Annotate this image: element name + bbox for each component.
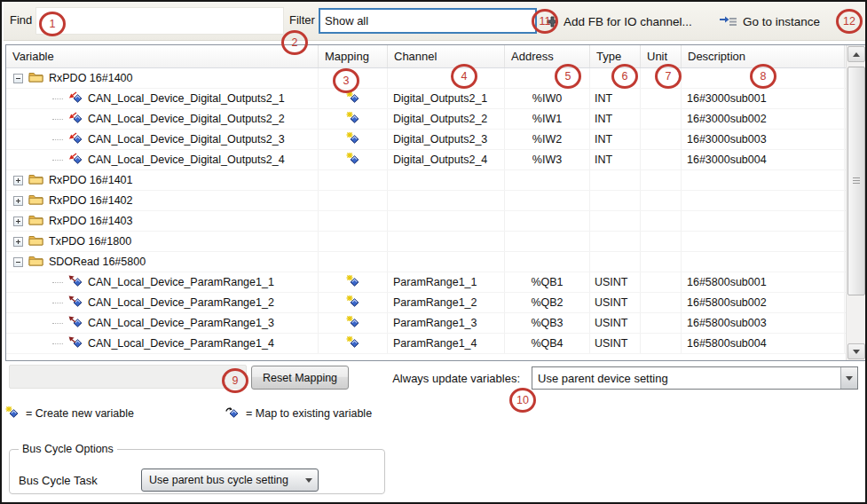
channel-cell: ParamRange1_2 <box>388 293 505 312</box>
description-cell: 16#5800sub002 <box>682 293 845 312</box>
channel-cell: ParamRange1_3 <box>388 313 505 333</box>
variable-cell: SDORead 16#5800 <box>6 252 319 272</box>
vertical-scrollbar[interactable] <box>846 45 865 360</box>
reset-mapping-button[interactable]: Reset Mapping <box>251 366 349 390</box>
tree-group-row[interactable]: RxPDO 16#1403 <box>6 211 865 232</box>
tree-connector <box>52 98 63 99</box>
find-input[interactable] <box>35 7 284 35</box>
column-header-variable[interactable]: Variable <box>6 45 319 67</box>
expand-toggle-icon[interactable] <box>13 196 23 206</box>
mapping-cell[interactable] <box>319 293 388 312</box>
type-cell <box>590 232 641 251</box>
tree-connector <box>52 303 63 303</box>
column-header-type[interactable]: Type <box>590 45 641 67</box>
tree-group-row[interactable]: RxPDO 16#1402 <box>6 191 865 211</box>
mapping-cell[interactable] <box>319 150 388 169</box>
variable-name: CAN_Local_Device_ParamRange1_2 <box>88 296 274 309</box>
mapping-cell[interactable] <box>319 313 388 333</box>
tree-variable-row[interactable]: CAN_Local_Device_ParamRange1_2ParamRange… <box>6 293 865 313</box>
tree-group-row[interactable]: TxPDO 16#1800 <box>6 232 865 252</box>
scroll-up-button[interactable] <box>847 46 865 62</box>
address-cell <box>505 252 590 272</box>
type-cell: INT <box>590 130 641 149</box>
collapse-toggle-icon[interactable] <box>13 257 23 267</box>
goto-instance-button[interactable]: Go to instance <box>713 6 825 36</box>
unit-cell <box>641 130 682 149</box>
mapping-cell[interactable] <box>319 109 388 129</box>
bus-cycle-task-label: Bus Cycle Task <box>19 474 98 487</box>
column-header-unit[interactable]: Unit <box>641 45 682 67</box>
channel-cell <box>388 170 505 190</box>
column-header-channel[interactable]: Channel <box>388 45 505 67</box>
type-cell: INT <box>590 150 641 169</box>
unit-cell <box>641 109 682 129</box>
address-cell: %IW1 <box>505 109 590 129</box>
io-mapping-table: VariableMappingChannelAddressTypeUnitDes… <box>5 44 866 361</box>
folder-icon <box>28 214 43 228</box>
tree-variable-row[interactable]: CAN_Local_Device_Digital_Outputs2_2Digit… <box>6 109 865 130</box>
variable-cell: CAN_Local_Device_ParamRange1_2 <box>6 293 319 312</box>
channel-cell: Digital_Outputs2_1 <box>388 89 505 108</box>
create-new-variable-icon <box>346 316 359 330</box>
group-label: RxPDO 16#1400 <box>49 72 133 84</box>
description-cell <box>682 191 845 210</box>
filter-combo[interactable]: Show all <box>319 8 537 34</box>
mapping-cell[interactable] <box>319 272 388 292</box>
mapping-cell[interactable] <box>319 130 388 149</box>
column-header-address[interactable]: Address <box>505 45 590 67</box>
tree-variable-row[interactable]: CAN_Local_Device_Digital_Outputs2_4Digit… <box>6 150 865 170</box>
address-cell <box>505 211 590 231</box>
description-cell: 16#3000sub002 <box>682 109 845 129</box>
bus-cycle-task-combo[interactable]: Use parent bus cycle setting <box>141 469 319 492</box>
variable-output-icon <box>68 316 83 330</box>
add-fb-button[interactable]: Add FB for IO channel... <box>541 6 698 36</box>
tree-variable-row[interactable]: CAN_Local_Device_Digital_Outputs2_1Digit… <box>6 89 865 109</box>
column-header-mapping[interactable]: Mapping <box>319 45 388 67</box>
mapping-cell <box>319 232 388 251</box>
bus-cycle-task-value: Use parent bus cycle setting <box>142 474 300 486</box>
tree-group-row[interactable]: RxPDO 16#1400 <box>6 68 865 89</box>
variable-cell: CAN_Local_Device_Digital_Outputs2_3 <box>6 130 319 149</box>
combo-dropdown-button[interactable] <box>840 367 857 389</box>
annotation-circle-8: 8 <box>750 64 776 89</box>
tree-variable-row[interactable]: CAN_Local_Device_ParamRange1_3ParamRange… <box>6 313 865 334</box>
tree-connector <box>52 119 63 120</box>
tree-variable-row[interactable]: CAN_Local_Device_ParamRange1_4ParamRange… <box>6 334 865 354</box>
scrollbar-thumb[interactable] <box>847 67 865 295</box>
collapse-toggle-icon[interactable] <box>13 74 23 83</box>
tree-group-row[interactable]: RxPDO 16#1401 <box>6 170 865 191</box>
channel-cell <box>388 68 505 88</box>
description-cell: 16#3000sub003 <box>682 130 845 149</box>
unit-cell <box>641 293 682 312</box>
type-cell: INT <box>590 89 641 108</box>
address-cell <box>505 232 590 251</box>
scroll-down-button[interactable] <box>847 343 865 359</box>
mapping-cell[interactable] <box>319 334 388 353</box>
tree-variable-row[interactable]: CAN_Local_Device_ParamRange1_1ParamRange… <box>6 272 865 293</box>
expand-toggle-icon[interactable] <box>13 237 23 247</box>
variable-name: CAN_Local_Device_Digital_Outputs2_1 <box>88 92 285 105</box>
variable-input-icon <box>68 153 83 167</box>
mapping-cell <box>319 252 388 272</box>
expand-toggle-icon[interactable] <box>13 217 23 226</box>
type-cell: USINT <box>590 272 641 292</box>
create-new-variable-icon <box>346 295 359 310</box>
mapping-cell[interactable] <box>319 89 388 108</box>
address-cell <box>505 170 590 190</box>
tree-group-row[interactable]: SDORead 16#5800 <box>6 252 865 272</box>
address-cell: %IW0 <box>505 89 590 108</box>
expand-toggle-icon[interactable] <box>13 176 23 185</box>
create-new-variable-icon <box>5 406 19 421</box>
tree-connector <box>52 343 63 344</box>
variable-cell: CAN_Local_Device_Digital_Outputs2_4 <box>6 150 319 169</box>
variable-name: CAN_Local_Device_ParamRange1_4 <box>88 337 274 350</box>
annotation-circle-9: 9 <box>222 368 248 393</box>
always-update-combo[interactable]: Use parent device setting <box>532 366 858 390</box>
variable-cell: RxPDO 16#1402 <box>6 191 319 210</box>
tree-variable-row[interactable]: CAN_Local_Device_Digital_Outputs2_3Digit… <box>6 130 865 150</box>
chevron-down-icon <box>846 376 853 381</box>
channel-cell: Digital_Outputs2_3 <box>388 130 505 149</box>
find-label: Find <box>10 13 32 27</box>
channel-cell <box>388 252 505 272</box>
variable-cell: TxPDO 16#1800 <box>6 232 319 251</box>
